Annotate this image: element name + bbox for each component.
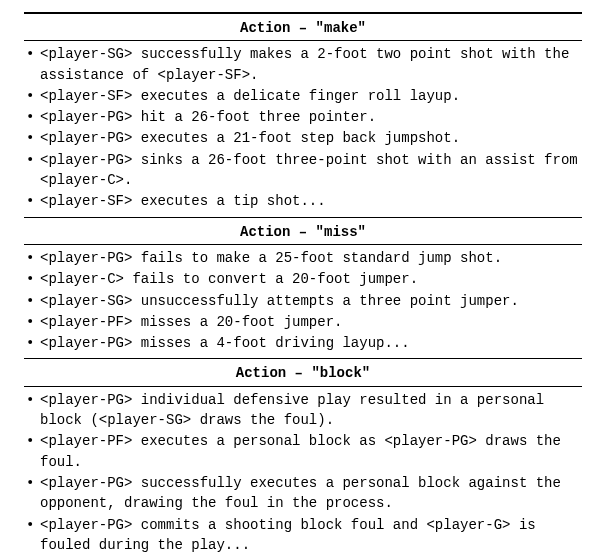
item-list: <player-PG> individual defensive play re… — [24, 386, 582, 558]
list-item: <player-PG> commits a shooting block fou… — [24, 515, 582, 556]
section: Action – "make"<player-SG> successfully … — [24, 12, 582, 215]
list-item: <player-PG> sinks a 26-foot three-point … — [24, 150, 582, 191]
list-item: <player-PG> misses a 4-foot driving layu… — [24, 333, 582, 353]
list-item: <player-SG> successfully makes a 2-foot … — [24, 44, 582, 85]
list-item: <player-PG> executes a 21-foot step back… — [24, 128, 582, 148]
list-item: <player-PG> fails to make a 25-foot stan… — [24, 248, 582, 268]
section-title: Action – "make" — [24, 12, 582, 40]
list-item: <player-C> fails to convert a 20-foot ju… — [24, 269, 582, 289]
list-item: <player-PG> hit a 26-foot three pointer. — [24, 107, 582, 127]
item-list: <player-SG> successfully makes a 2-foot … — [24, 40, 582, 214]
section: Action – "miss"<player-PG> fails to make… — [24, 217, 582, 357]
document-content: Action – "make"<player-SG> successfully … — [24, 12, 582, 558]
section-title: Action – "block" — [24, 358, 582, 385]
list-item: <player-PG> successfully executes a pers… — [24, 473, 582, 514]
list-item: <player-PF> misses a 20-foot jumper. — [24, 312, 582, 332]
section-title: Action – "miss" — [24, 217, 582, 244]
list-item: <player-SF> executes a tip shot... — [24, 191, 582, 211]
item-list: <player-PG> fails to make a 25-foot stan… — [24, 244, 582, 356]
list-item: <player-PG> individual defensive play re… — [24, 390, 582, 431]
list-item: <player-SG> unsuccessfully attempts a th… — [24, 291, 582, 311]
list-item: <player-PF> executes a personal block as… — [24, 431, 582, 472]
section: Action – "block"<player-PG> individual d… — [24, 358, 582, 558]
list-item: <player-SF> executes a delicate finger r… — [24, 86, 582, 106]
